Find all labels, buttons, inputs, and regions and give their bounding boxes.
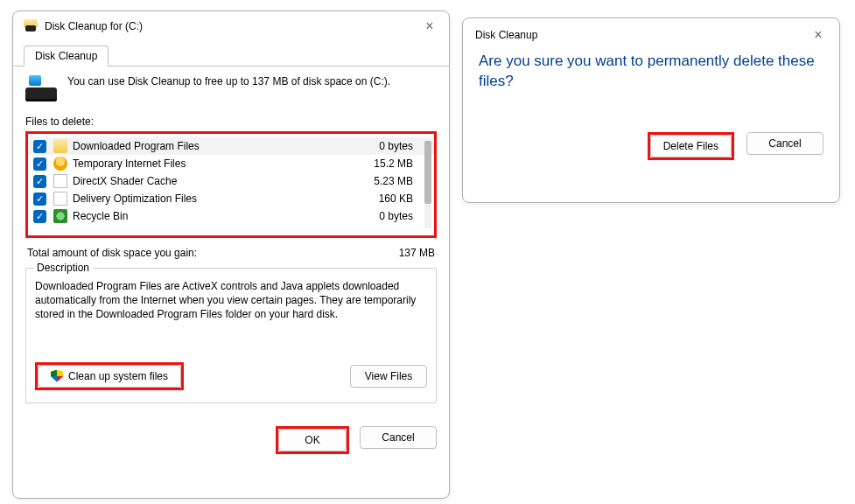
view-files-button[interactable]: View Files	[350, 365, 427, 388]
total-value: 137 MB	[399, 247, 435, 259]
file-list-highlight: ✓Downloaded Program Files0 bytes✓Tempora…	[25, 131, 437, 238]
total-label: Total amount of disk space you gain:	[27, 247, 197, 259]
folder-icon	[53, 139, 67, 153]
list-item[interactable]: ✓Recycle Bin0 bytes	[28, 207, 434, 225]
list-item[interactable]: ✓DirectX Shader Cache5.23 MB	[28, 172, 434, 190]
delete-files-button[interactable]: Delete Files	[650, 135, 732, 158]
description-text: Downloaded Program Files are ActiveX con…	[35, 279, 427, 322]
close-icon[interactable]: ×	[809, 27, 827, 43]
shield-icon	[51, 370, 63, 382]
cleanup-system-files-button[interactable]: Clean up system files	[38, 365, 181, 388]
checkbox[interactable]: ✓	[33, 158, 46, 171]
ok-button[interactable]: OK	[278, 429, 347, 452]
item-name: Delivery Optimization Files	[73, 192, 361, 205]
checkbox[interactable]: ✓	[33, 140, 46, 153]
confirm-title: Disk Cleanup	[475, 29, 537, 41]
scrollbar[interactable]	[424, 141, 431, 228]
tab-disk-cleanup[interactable]: Disk Cleanup	[24, 46, 109, 66]
tabstrip: Disk Cleanup	[13, 45, 449, 66]
cancel-button[interactable]: Cancel	[360, 426, 437, 449]
list-item[interactable]: ✓Downloaded Program Files0 bytes	[28, 137, 434, 155]
item-name: Recycle Bin	[73, 210, 361, 222]
intro-text: You can use Disk Cleanup to free up to 1…	[67, 75, 390, 89]
dialog-button-row: OK Cancel	[13, 416, 449, 454]
confirm-message: Are you sure you want to permanently del…	[479, 52, 823, 92]
tab-content: You can use Disk Cleanup to free up to 1…	[13, 66, 449, 416]
item-name: DirectX Shader Cache	[73, 175, 361, 187]
item-size: 0 bytes	[361, 140, 422, 152]
item-name: Downloaded Program Files	[73, 140, 361, 152]
drive-icon	[25, 75, 57, 105]
page-icon	[53, 174, 67, 188]
window-title: Disk Cleanup for (C:)	[45, 20, 143, 32]
cleanup-system-files-label: Clean up system files	[68, 370, 168, 382]
page-icon	[53, 192, 67, 206]
item-size: 160 KB	[361, 192, 422, 205]
item-size: 15.2 MB	[361, 158, 422, 170]
description-legend: Description	[33, 262, 93, 274]
list-item[interactable]: ✓Temporary Internet Files15.2 MB	[28, 155, 434, 172]
checkbox[interactable]: ✓	[33, 192, 46, 206]
app-icon	[24, 19, 38, 33]
item-size: 0 bytes	[361, 210, 422, 222]
files-to-delete-label: Files to delete:	[25, 116, 437, 128]
disk-cleanup-window: Disk Cleanup for (C:) × Disk Cleanup You…	[12, 10, 450, 499]
file-list[interactable]: ✓Downloaded Program Files0 bytes✓Tempora…	[28, 137, 434, 232]
titlebar: Disk Cleanup for (C:) ×	[13, 11, 449, 39]
item-name: Temporary Internet Files	[73, 158, 361, 170]
delete-files-highlight: Delete Files	[648, 132, 734, 160]
checkbox[interactable]: ✓	[33, 175, 46, 188]
list-item[interactable]: ✓Delivery Optimization Files160 KB	[28, 190, 434, 207]
confirm-dialog: Disk Cleanup × Are you sure you want to …	[462, 18, 840, 203]
ok-highlight: OK	[276, 426, 349, 454]
close-icon[interactable]: ×	[421, 18, 438, 34]
lock-icon	[53, 157, 67, 171]
cleanup-system-highlight: Clean up system files	[35, 362, 184, 390]
checkbox[interactable]: ✓	[33, 210, 46, 223]
scrollbar-thumb[interactable]	[424, 141, 431, 204]
item-size: 5.23 MB	[361, 175, 422, 187]
confirm-cancel-button[interactable]: Cancel	[746, 132, 823, 155]
recycle-icon	[53, 209, 67, 223]
description-group: Description Downloaded Program Files are…	[25, 268, 437, 403]
